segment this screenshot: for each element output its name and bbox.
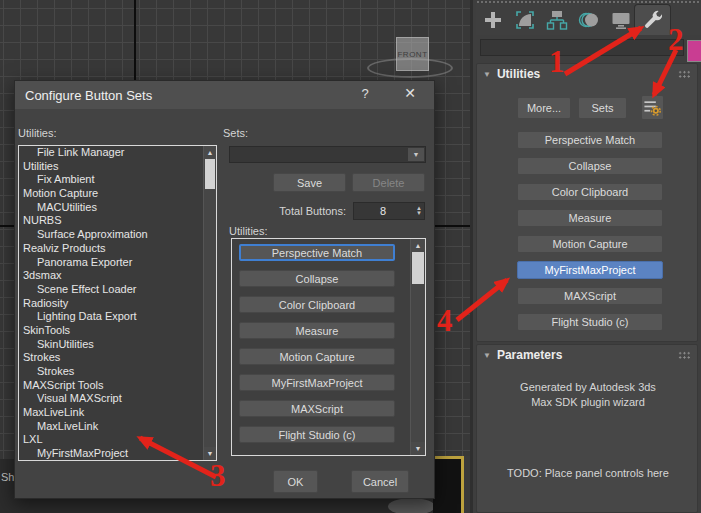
utility-list-item[interactable]: File Link Manager (19, 146, 203, 160)
utility-list-item[interactable]: Fix Ambient (19, 173, 203, 187)
viewcube-ring-bottom (388, 498, 435, 513)
utility-list-item[interactable]: Strokes (19, 351, 203, 365)
utilities-rollout-header[interactable]: ▼ Utilities (477, 64, 697, 84)
save-button[interactable]: Save (273, 173, 346, 192)
display-icon (610, 9, 632, 31)
scroll-down-button[interactable]: ▼ (411, 442, 425, 455)
set-button[interactable]: MAXScript (239, 400, 395, 417)
utility-list-item[interactable]: MAXScript Tools (19, 379, 203, 393)
viewcube[interactable]: FRONT (396, 37, 429, 71)
parameters-rollout: ▼ Parameters Generated by Autodesk 3ds M… (476, 344, 698, 513)
color-swatch[interactable] (687, 40, 701, 62)
create-icon (482, 9, 504, 31)
panel-utility-button[interactable]: Measure (517, 209, 663, 227)
rollout-title: Parameters (497, 348, 562, 362)
utility-list-item[interactable]: Radiosity (19, 297, 203, 311)
3dsmax-window: FRONT Sh Configure Button Sets ? ✕ Utili… (0, 0, 701, 513)
utility-list-item[interactable]: Lighting Data Export (19, 310, 203, 324)
delete-button[interactable]: Delete (352, 173, 425, 192)
cancel-button[interactable]: Cancel (351, 470, 409, 493)
utility-list-item[interactable]: SkinUtilities (19, 338, 203, 352)
tab-motion[interactable] (573, 4, 605, 35)
configure-sets-icon (643, 98, 662, 117)
hierarchy-icon (546, 9, 568, 31)
set-button[interactable]: Measure (239, 322, 395, 339)
tab-display[interactable] (605, 4, 637, 35)
set-button[interactable]: Color Clipboard (239, 296, 395, 313)
set-button[interactable]: Perspective Match (239, 244, 395, 261)
ok-button[interactable]: OK (273, 470, 318, 493)
active-viewport-corner[interactable] (433, 456, 464, 513)
panel-utility-button[interactable]: Flight Studio (c) (517, 313, 663, 331)
utility-list-item[interactable]: 3dsmax (19, 269, 203, 283)
help-button[interactable]: ? (355, 86, 375, 104)
total-buttons-value: 8 (354, 205, 412, 217)
panel-utility-button[interactable]: MAXScript (517, 287, 663, 305)
scroll-up-button[interactable]: ▲ (204, 146, 216, 159)
total-buttons-spinner[interactable]: 8 ▲▼ (353, 202, 425, 220)
annotation-label-1: 1 (549, 47, 565, 77)
set-button[interactable]: MyFirstMaxProject (239, 374, 395, 391)
spinner-arrows-icon[interactable]: ▲▼ (416, 204, 422, 218)
utility-list-item[interactable]: Motion Capture (19, 187, 203, 201)
set-button[interactable]: Collapse (239, 270, 395, 287)
utility-list-item[interactable]: MaxLiveLink (19, 406, 203, 420)
utility-list-item[interactable]: Visual MAXScript (19, 392, 203, 406)
utilities-list[interactable]: File Link ManagerUtilitiesFix AmbientMot… (18, 145, 217, 461)
configure-button-sets-button[interactable] (641, 95, 664, 120)
close-button[interactable]: ✕ (400, 85, 420, 105)
status-text: Sh (1, 471, 14, 483)
utility-list-item[interactable]: Surface Approximation (19, 228, 203, 242)
utility-list-item[interactable]: Strokes (19, 365, 203, 379)
scroll-up-button[interactable]: ▲ (411, 239, 425, 252)
set-button[interactable]: Flight Studio (c) (239, 426, 395, 443)
configure-button-sets-dialog: Configure Button Sets ? ✕ Utilities: Fil… (14, 80, 435, 499)
tab-hierarchy[interactable] (541, 4, 573, 35)
parameters-text-line1: Generated by Autodesk 3ds (477, 381, 699, 393)
parameters-rollout-header[interactable]: ▼ Parameters (477, 345, 697, 365)
utility-name-field[interactable] (480, 39, 684, 56)
utility-list-item[interactable]: MaxLiveLink (19, 420, 203, 434)
viewcube-label: FRONT (397, 50, 427, 59)
tab-create[interactable] (477, 4, 509, 35)
panel-utility-button[interactable]: Motion Capture (517, 235, 663, 253)
collapse-arrow-icon: ▼ (483, 351, 491, 360)
scrollbar-thumb[interactable] (205, 159, 215, 189)
total-buttons-label: Total Buttons: (256, 205, 346, 217)
sets-dropdown[interactable]: ▼ (229, 146, 426, 163)
buttons-list-label: Utilities: (229, 225, 268, 237)
utility-list-item[interactable]: SkinTools (19, 324, 203, 338)
panel-utility-button[interactable]: MyFirstMaxProject (517, 261, 663, 279)
rollout-grip-icon (678, 351, 691, 360)
utility-list-item[interactable]: LXL (19, 433, 203, 447)
grid-axis-horizontal (433, 225, 470, 227)
utility-list-item[interactable]: Utilities (19, 160, 203, 174)
utility-list-item[interactable]: Scene Effect Loader (19, 283, 203, 297)
tab-utilities[interactable] (634, 4, 671, 35)
up-arrow-icon: ▲ (415, 242, 422, 249)
wrench-icon (642, 9, 664, 31)
utilities-list-scrollbar[interactable]: ▲ ▼ (203, 146, 216, 460)
panel-utility-button[interactable]: Perspective Match (517, 131, 663, 149)
utility-list-item[interactable]: MyFirstMaxProject (19, 447, 203, 461)
parameters-todo-text: TODO: Place panel controls here (477, 467, 699, 479)
dropdown-arrow-icon[interactable]: ▼ (408, 148, 424, 161)
down-arrow-icon: ▼ (207, 450, 214, 457)
utility-list-item[interactable]: Realviz Products (19, 242, 203, 256)
rollout-grip-icon (678, 70, 691, 79)
panel-utility-button[interactable]: Collapse (517, 157, 663, 175)
panel-utility-button[interactable]: Color Clipboard (517, 183, 663, 201)
parameters-text-line2: Max SDK plugin wizard (477, 396, 699, 408)
sets-button[interactable]: Sets (578, 97, 627, 119)
utility-list-item[interactable]: MACUtilities (19, 201, 203, 215)
more-button[interactable]: More... (517, 97, 571, 119)
grid-axis-horizontal (0, 225, 14, 227)
utility-list-item[interactable]: Panorama Exporter (19, 256, 203, 270)
button-set-scrollbar[interactable]: ▲ ▼ (410, 239, 425, 455)
button-set-list[interactable]: Perspective MatchCollapseColor Clipboard… (231, 238, 426, 456)
collapse-arrow-icon: ▼ (483, 70, 491, 79)
scrollbar-thumb[interactable] (412, 252, 424, 284)
utility-list-item[interactable]: NURBS (19, 214, 203, 228)
tab-modify[interactable] (509, 4, 541, 35)
set-button[interactable]: Motion Capture (239, 348, 395, 365)
